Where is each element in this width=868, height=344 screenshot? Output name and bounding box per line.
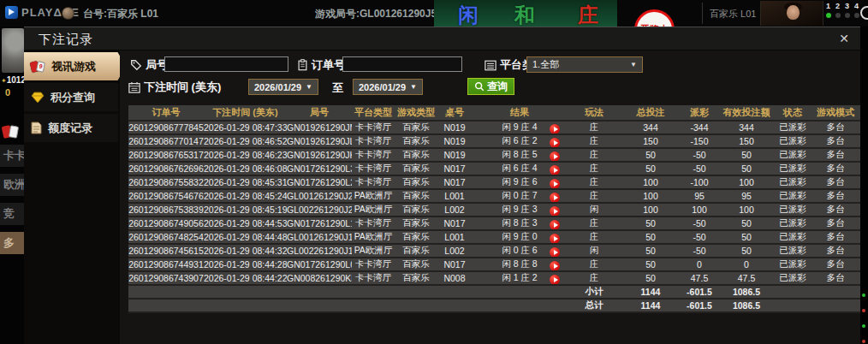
play-replay-button[interactable]	[550, 247, 560, 258]
coin-badge-icon	[62, 7, 74, 20]
dealer-video-thumbnail[interactable]	[760, 1, 823, 26]
result-cell: 闲 9 庄 0	[472, 230, 568, 244]
seat-1[interactable]: 1	[825, 2, 831, 10]
play-replay-button[interactable]	[550, 275, 560, 285]
order-no-cell: 260129086777845	[128, 121, 204, 134]
play-replay-button[interactable]	[550, 151, 560, 162]
payout-cell: 0	[681, 258, 718, 271]
bet-records-modal: 下注记录 ✕ 9 视讯游戏 积分查询 额度记录	[24, 27, 860, 344]
order-no-cell: 260129086743907	[128, 271, 204, 285]
menu-item-europe-hall[interactable]: 欧洲	[0, 174, 24, 196]
clipboard-icon	[297, 59, 308, 71]
payout-sum-cell: -601.5	[681, 299, 718, 312]
round-no-input[interactable]	[164, 56, 288, 72]
play-replay-button[interactable]	[550, 193, 560, 203]
bet-time-cell: 2026-01-29 08:47:33	[204, 121, 287, 134]
play-type-cell: 庄	[568, 162, 621, 175]
play-replay-button[interactable]	[550, 165, 560, 175]
game-type-cell: 百家乐	[395, 121, 437, 134]
game-mode-cell: 多台	[811, 258, 860, 271]
play-replay-button[interactable]	[550, 206, 560, 216]
order-no-cell: 260129086745615	[128, 244, 204, 258]
play-replay-button[interactable]	[550, 220, 560, 230]
play-type-cell: 庄	[568, 216, 621, 230]
tab-video-games[interactable]: 9 视讯游戏	[24, 52, 126, 80]
date-from-picker[interactable]: 2026/01/29▼	[248, 79, 318, 95]
table-no-cell: L002	[437, 203, 472, 216]
table-no-cell: N008	[437, 271, 472, 285]
order-no-input[interactable]	[342, 56, 462, 72]
result-cell: 闲 9 庄 6	[472, 175, 568, 189]
total-bet-cell: 50	[621, 230, 681, 244]
play-replay-button[interactable]	[550, 234, 560, 244]
platform-cell: PA欧洲厅	[352, 244, 395, 258]
seat-3[interactable]: 3	[844, 2, 850, 10]
empty-cell	[811, 285, 860, 299]
play-type-cell: 庄	[568, 148, 621, 162]
play-replay-button[interactable]	[550, 261, 560, 271]
empty-cell	[437, 299, 472, 312]
empty-cell	[352, 285, 395, 299]
seat-2[interactable]: 2	[835, 2, 841, 10]
bet-area-player[interactable]: 闲	[458, 2, 479, 27]
game-round-label: 游戏局号:GL001261290J5	[315, 7, 437, 21]
tab-quota-records[interactable]: 额度记录	[24, 114, 118, 142]
play-replay-button[interactable]	[550, 124, 560, 134]
tag-icon	[130, 59, 142, 71]
total-bet-sum-cell: 1144	[621, 299, 681, 312]
play-replay-button[interactable]	[550, 138, 560, 148]
total-label-cell: 小计	[568, 285, 621, 299]
status-cell: 已派彩	[775, 203, 811, 216]
table-row: 2601290867653172026-01-29 08:46:23GN0192…	[128, 148, 860, 162]
avatar[interactable]	[2, 28, 24, 73]
empty-cell	[811, 299, 860, 312]
empty-cell	[395, 299, 437, 312]
bet-time-cell: 2026-01-29 08:46:08	[204, 162, 287, 175]
game-mode-cell: 多台	[811, 162, 860, 175]
date-to-picker[interactable]: 2026/01/29▼	[353, 79, 423, 95]
round-no-cell: GN017261290L1	[287, 216, 352, 230]
table-number-label: 台号:百家乐 L01	[83, 7, 158, 21]
play-type-cell: 庄	[568, 258, 621, 271]
payout-sum-cell: -601.5	[681, 285, 718, 299]
result-cell: 闲 9 庄 3	[472, 203, 568, 216]
tab-label: 视讯游戏	[51, 59, 96, 74]
play-replay-button[interactable]	[550, 179, 560, 189]
background-left-strip: ✦1012 0 卡卡 欧洲 竞 多	[0, 27, 24, 344]
table-no-cell: L001	[437, 230, 472, 244]
empty-cell	[352, 299, 395, 312]
menu-item-jing[interactable]: 竞	[0, 203, 24, 225]
bet-time-cell: 2026-01-29 08:46:52	[204, 134, 287, 148]
menu-item-multi[interactable]: 多	[0, 232, 24, 254]
total-label-cell: 总计	[568, 299, 621, 312]
topbar-divider	[702, 3, 703, 24]
payout-cell: -150	[681, 134, 718, 148]
tab-points-query[interactable]: 积分查询	[24, 83, 118, 111]
table-name-label: 百家乐 L01	[710, 8, 756, 21]
column-header: 游戏类型	[395, 105, 437, 121]
points-value: 0	[5, 87, 10, 98]
game-mode-cell: 多台	[811, 271, 860, 285]
column-header: 玩法	[568, 105, 621, 121]
search-button[interactable]: 查询	[467, 78, 514, 95]
order-no-cell: 260129086749056	[128, 216, 204, 230]
result-cell: 闲 0 庄 6	[472, 244, 568, 258]
game-mode-cell: 多台	[811, 203, 860, 216]
seat-4[interactable]: 4	[853, 2, 859, 10]
platform-cell: 卡卡湾厅	[352, 121, 395, 134]
bet-area-banker[interactable]: 庄	[578, 2, 598, 27]
baccarat-bet-felt: 闲 和 庄	[434, 0, 617, 27]
total-bet-cell: 150	[621, 134, 681, 148]
close-icon[interactable]: ✕	[839, 32, 849, 45]
table-no-cell: N017	[437, 162, 472, 175]
order-no-cell: 260129086755832	[128, 175, 204, 189]
bet-time-filter-label: 下注时间 (美东)	[128, 80, 221, 95]
platform-cell: 卡卡湾厅	[352, 175, 395, 189]
game-type-cell: 百家乐	[395, 216, 437, 230]
valid-bet-cell: 150	[718, 134, 775, 148]
menu-item-kaka-hall[interactable]: 卡卡	[0, 145, 24, 167]
bet-area-tie[interactable]: 和	[514, 2, 535, 27]
column-header: 桌号	[437, 105, 472, 121]
table-no-cell: N019	[437, 121, 472, 134]
platform-type-select[interactable]: 1.全部 ▼	[526, 56, 643, 73]
